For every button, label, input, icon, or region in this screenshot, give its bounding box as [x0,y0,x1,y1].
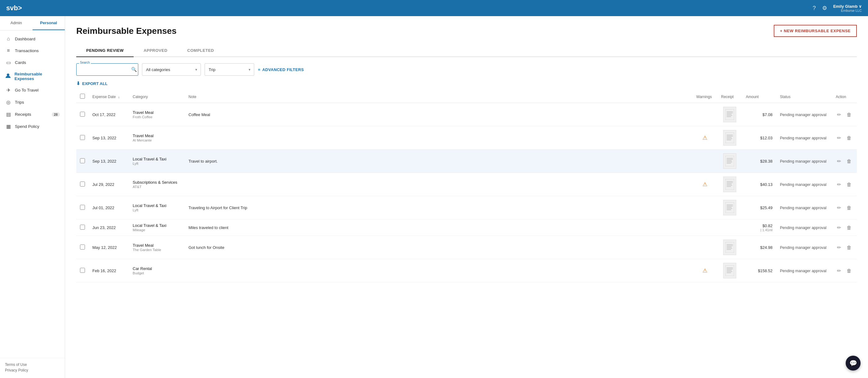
receipt-thumbnail[interactable] [723,107,736,122]
sidebar-item-spend-policy[interactable]: ▦ Spend Policy [0,120,65,133]
cell-amount: $158.52 [742,259,776,283]
row-checkbox[interactable] [80,268,85,273]
receipt-thumbnail[interactable] [723,200,736,215]
cell-category: Local Travel & TaxiMileage [129,220,185,236]
table-row: Jun 23, 2022Local Travel & TaxiMileageMi… [76,220,857,236]
sidebar-item-cards[interactable]: ▭ Cards [0,57,65,68]
help-icon[interactable]: ? [813,5,816,11]
sidebar-item-go-to-travel[interactable]: ✈ Go To Travel [0,84,65,96]
delete-icon[interactable]: 🗑 [845,267,853,275]
cell-note [185,126,692,150]
edit-icon[interactable]: ✏ [836,267,842,275]
chat-button[interactable]: 💬 [846,356,861,371]
content-tabs: PENDING REVIEW APPROVED COMPLETED [76,45,857,57]
receipt-thumbnail[interactable] [723,263,736,279]
row-checkbox[interactable] [80,181,85,186]
cell-receipt [717,150,742,173]
cell-status: Pending manager approval [776,173,832,196]
sidebar-item-transactions[interactable]: ≡ Transactions [0,45,65,57]
table-row: Jul 29, 2022Subscriptions & ServicesAT&T… [76,173,857,196]
edit-icon[interactable]: ✏ [836,204,842,212]
cell-date: Sep 13, 2022 [89,126,129,150]
warning-icon: ⚠ [703,135,707,141]
table-header: Expense Date ↓ Category Note Warnings Re… [76,91,857,103]
select-all-checkbox[interactable] [80,94,85,99]
tab-approved[interactable]: APPROVED [134,45,177,57]
header-receipt: Receipt [717,91,742,103]
header-note: Note [185,91,692,103]
cell-receipt [717,236,742,259]
cell-action: ✏ 🗑 [832,220,857,236]
sidebar-tab-admin[interactable]: Admin [0,16,33,30]
privacy-link[interactable]: Privacy Policy [5,368,60,372]
cell-status: Pending manager approval [776,103,832,126]
row-checkbox[interactable] [80,244,85,250]
sidebar-item-reimbursable-expenses[interactable]: Reimbursable Expenses [0,68,65,84]
row-checkbox[interactable] [80,112,85,117]
user-company: Emburse LLC [841,9,862,12]
cell-warnings: ⚠ [692,173,717,196]
top-nav-right: ? ⚙ Emily Glamb ∨ Emburse LLC [813,4,862,12]
cell-status: Pending manager approval [776,220,832,236]
receipt-thumbnail[interactable] [723,130,736,146]
receipt-thumbnail[interactable] [723,177,736,192]
row-checkbox[interactable] [80,135,85,140]
table-row: May 12, 2022Travel MealThe Garden TableG… [76,236,857,259]
svg-rect-25 [725,202,734,213]
export-all-button[interactable]: ⬇ EXPORT ALL [76,81,107,86]
user-menu[interactable]: Emily Glamb ∨ Emburse LLC [833,4,862,12]
cell-note: Travel to airport. [185,150,692,173]
search-icon: 🔍 [131,67,137,72]
delete-icon[interactable]: 🗑 [845,111,853,119]
cell-date: Jul 29, 2022 [89,173,129,196]
categories-select[interactable]: All categories Travel Meal Local Travel … [142,63,201,76]
receipt-thumbnail[interactable] [723,240,736,255]
edit-icon[interactable]: ✏ [836,224,842,232]
svg-rect-37 [725,265,734,276]
receipts-badge: 28 [52,112,60,117]
edit-icon[interactable]: ✏ [836,134,842,142]
cell-action: ✏ 🗑 [832,126,857,150]
terms-link[interactable]: Terms of Use [5,362,60,367]
sidebar-item-dashboard[interactable]: ⌂ Dashboard [0,33,65,45]
cell-status: Pending manager approval [776,150,832,173]
delete-icon[interactable]: 🗑 [845,224,853,232]
table-row: Feb 16, 2022Car RentalBudget⚠ $158.52Pen… [76,259,857,283]
row-checkbox[interactable] [80,225,85,230]
delete-icon[interactable]: 🗑 [845,243,853,251]
receipt-thumbnail[interactable] [723,153,736,169]
edit-icon[interactable]: ✏ [836,243,842,251]
delete-icon[interactable]: 🗑 [845,157,853,165]
sidebar-tab-personal[interactable]: Personal [33,16,65,30]
sidebar-tabs: Admin Personal [0,16,65,30]
cell-receipt [717,259,742,283]
row-checkbox[interactable] [80,205,85,210]
cell-date: Oct 17, 2022 [89,103,129,126]
delete-icon[interactable]: 🗑 [845,181,853,188]
cell-category: Local Travel & TaxiLyft [129,196,185,220]
sidebar-label-cards: Cards [15,60,26,65]
cell-action: ✏ 🗑 [832,150,857,173]
header-warnings: Warnings [692,91,717,103]
edit-icon[interactable]: ✏ [836,157,842,165]
trip-select[interactable]: Trip All trips [205,63,254,76]
header-expense-date[interactable]: Expense Date ↓ [89,91,129,103]
sidebar-item-receipts[interactable]: ▤ Receipts 28 [0,108,65,120]
warning-icon: ⚠ [703,181,707,187]
tab-completed[interactable]: COMPLETED [177,45,224,57]
delete-icon[interactable]: 🗑 [845,204,853,212]
sidebar-item-trips[interactable]: ◎ Trips [0,96,65,108]
delete-icon[interactable]: 🗑 [845,134,853,142]
cell-note: Coffee Meal [185,103,692,126]
edit-icon[interactable]: ✏ [836,111,842,119]
search-input[interactable] [79,67,131,72]
edit-icon[interactable]: ✏ [836,181,842,188]
cell-amount: $28.38 [742,150,776,173]
advanced-filters[interactable]: ≡ ADVANCED FILTERS [258,67,304,72]
tab-pending-review[interactable]: PENDING REVIEW [76,45,134,57]
new-expense-button[interactable]: + NEW REIMBURSABLE EXPENSE [774,25,857,37]
cell-receipt [717,126,742,150]
row-checkbox[interactable] [80,158,85,163]
settings-icon[interactable]: ⚙ [822,5,827,11]
sidebar-label-transactions: Transactions [15,49,39,53]
